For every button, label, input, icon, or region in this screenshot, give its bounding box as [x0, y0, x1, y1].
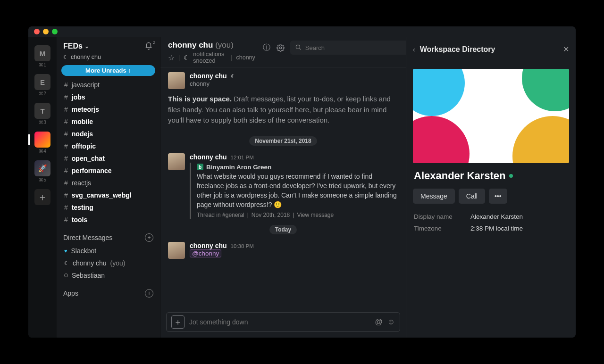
app-icon: b	[197, 164, 203, 170]
svg-point-0	[280, 47, 282, 49]
attach-button[interactable]: ＋	[171, 315, 185, 329]
meta-label-tz: Timezone	[414, 225, 470, 232]
call-button[interactable]: Call	[459, 189, 485, 204]
panel-title: Workspace Directory	[420, 45, 495, 54]
channel-item[interactable]: #offtopic	[57, 140, 160, 152]
dm-item[interactable]: ☾chonny chu (you)	[57, 257, 160, 269]
channel-item[interactable]: #testing	[57, 201, 160, 214]
info-icon[interactable]: ⓘ	[262, 43, 271, 52]
decorative-circle	[413, 116, 470, 163]
dm-item[interactable]: Sebastiaan	[57, 269, 160, 281]
channel-label: reactjs	[72, 178, 91, 188]
notifications-icon[interactable]: z	[144, 41, 153, 51]
channel-title[interactable]: chonny chu (you)	[168, 41, 255, 50]
window-minimize-button[interactable]	[43, 29, 49, 34]
channel-item[interactable]: #tools	[57, 214, 160, 226]
quoted-message[interactable]: b Binyamin Aron Green What website would…	[190, 163, 398, 219]
channel-item[interactable]: #performance	[57, 165, 160, 177]
mention-icon[interactable]: @	[375, 318, 382, 326]
mention-chip[interactable]: @chonny	[190, 249, 221, 257]
window-maximize-button[interactable]	[52, 29, 58, 34]
apps-section-header[interactable]: Apps +	[57, 282, 160, 299]
channel-item[interactable]: #nodejs	[57, 128, 160, 140]
meta-value-tz: 2:38 PM local time	[470, 225, 568, 232]
quote-thread-label[interactable]: Thread in #general	[197, 212, 244, 218]
message-button[interactable]: Message	[413, 189, 455, 204]
date-divider-label: November 21st, 2018	[249, 136, 317, 146]
channel-label: mobile	[72, 116, 93, 127]
sidebar-current-user[interactable]: ☾ chonny chu	[57, 54, 160, 63]
channel-item[interactable]: #javascript	[57, 79, 160, 91]
star-icon[interactable]: ☆	[168, 53, 175, 62]
dms-list: ♥Slackbot☾chonny chu (you)Sebastiaan	[57, 244, 160, 282]
date-divider-label: Today	[269, 225, 297, 234]
heart-icon: ♥	[64, 246, 67, 256]
channel-label: open_chat	[72, 153, 105, 164]
back-icon[interactable]: ‹	[413, 46, 415, 53]
workspace-switch-5[interactable]: 🚀	[34, 160, 50, 176]
main-layout: M⌘1 E⌘2 T⌘3 ⌘4 🚀⌘5 ＋ FEDs ⌄ z ☾ chonny	[28, 37, 576, 338]
decorative-circle	[413, 69, 465, 116]
dm-item[interactable]: ♥Slackbot	[57, 245, 160, 257]
titlebar	[28, 26, 576, 37]
hash-icon: #	[64, 116, 68, 127]
add-workspace-button[interactable]: ＋	[34, 189, 50, 205]
channel-label: javascript	[72, 80, 100, 90]
message-author[interactable]: chonny chu	[190, 72, 227, 80]
channel-label: jobs	[72, 92, 85, 102]
hash-icon: #	[64, 178, 68, 188]
app-window: M⌘1 E⌘2 T⌘3 ⌘4 🚀⌘5 ＋ FEDs ⌄ z ☾ chonny	[28, 26, 576, 338]
message-composer[interactable]: ＋ @ ☺	[166, 312, 400, 332]
workspace-name[interactable]: FEDs ⌄	[63, 42, 89, 50]
dm-label: Sebastiaan	[72, 270, 105, 281]
presence-away-icon	[64, 273, 68, 277]
workspace-switch-3[interactable]: T	[34, 103, 50, 119]
profile-avatar-large[interactable]	[413, 69, 569, 163]
hash-icon: #	[64, 141, 68, 151]
hash-icon: #	[64, 80, 68, 90]
divider: |	[247, 212, 249, 218]
channel-label: nodejs	[72, 129, 93, 139]
emoji-icon[interactable]: ☺	[387, 318, 395, 326]
workspace-shortcut: ⌘1	[39, 62, 46, 67]
channel-label: svg_canvas_webgl	[72, 190, 132, 200]
meta-label-display: Display name	[414, 213, 470, 220]
avatar[interactable]	[168, 242, 185, 259]
workspace-shortcut: ⌘4	[39, 149, 46, 154]
channel-item[interactable]: #open_chat	[57, 152, 160, 165]
divider: |	[293, 212, 294, 218]
message-author[interactable]: chonny chu	[190, 153, 227, 161]
message-author[interactable]: chonny chu	[190, 242, 227, 249]
dm-section-header[interactable]: Direct Messages +	[57, 227, 160, 244]
gear-icon[interactable]	[276, 43, 285, 52]
composer-input[interactable]	[189, 318, 370, 326]
channel-item[interactable]: #mobile	[57, 116, 160, 128]
channel-item[interactable]: #jobs	[57, 91, 160, 103]
view-message-link[interactable]: View message	[297, 212, 334, 218]
workspace-rail: M⌘1 E⌘2 T⌘3 ⌘4 🚀⌘5 ＋	[28, 37, 57, 338]
workspace-switch-2[interactable]: E	[34, 74, 50, 90]
workspace-switch-1[interactable]: M	[34, 45, 50, 61]
window-close-button[interactable]	[34, 29, 40, 34]
hash-icon: #	[64, 92, 68, 102]
close-icon[interactable]: ✕	[563, 45, 569, 54]
channel-item[interactable]: #meteorjs	[57, 103, 160, 116]
search-input[interactable]	[305, 44, 403, 51]
workspace-switch-4[interactable]	[34, 132, 50, 148]
chevron-down-icon: ⌄	[84, 43, 89, 50]
avatar[interactable]	[168, 72, 185, 89]
add-app-button[interactable]: +	[145, 289, 153, 298]
notif-status-label: notifications snoozed	[193, 51, 227, 64]
channel-item[interactable]: #reactjs	[57, 177, 160, 189]
meta-value-display: Alexander Karsten	[470, 213, 568, 220]
search-field[interactable]	[290, 41, 408, 55]
workspace-shortcut: ⌘3	[39, 120, 46, 125]
channel-item[interactable]: #svg_canvas_webgl	[57, 189, 160, 201]
hash-icon: #	[64, 215, 68, 225]
more-unreads-banner[interactable]: More Unreads ↑	[61, 65, 155, 76]
more-actions-button[interactable]: •••	[489, 189, 507, 204]
add-dm-button[interactable]: +	[145, 233, 153, 242]
search-icon	[295, 44, 302, 52]
quote-date: Nov 20th, 2018	[252, 212, 290, 218]
avatar[interactable]	[168, 153, 185, 170]
